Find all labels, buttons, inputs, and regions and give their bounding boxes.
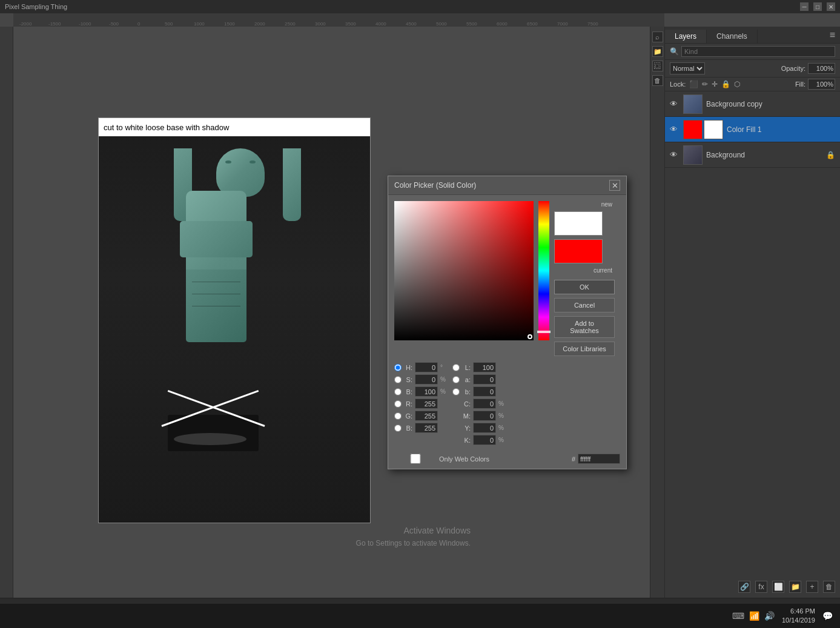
layer-item-color-fill[interactable]: 👁 Color Fill 1 [665,117,840,142]
b2-input[interactable] [415,423,438,433]
delete-layer-button[interactable]: 🗑 [823,581,835,593]
color-gradient-picker[interactable] [394,201,534,340]
taskbar: ⌨ 📶 🔊 6:46 PM 10/14/2019 💬 [0,604,840,628]
hex-input[interactable] [578,454,620,464]
s-field-row: S: % [394,374,448,385]
fill-input[interactable] [808,79,835,90]
layers-search-input[interactable] [681,46,835,57]
layer-lock-icon: 🔒 [826,151,835,159]
a-radio[interactable] [452,376,460,383]
g-input[interactable] [415,411,438,421]
ruler-mark: 2500 [285,21,296,27]
C-input[interactable] [473,398,496,409]
titlebar: Pixel Sampling Thing ─ □ ✕ [0,0,840,13]
hue-slider[interactable] [538,201,549,340]
b3-radio[interactable] [452,388,460,395]
L-radio[interactable] [452,364,460,371]
folder-button[interactable]: 📁 [652,46,663,57]
b-radio[interactable] [394,388,402,395]
lock-all-icon[interactable]: 🔒 [721,80,730,88]
only-web-colors-checkbox[interactable] [394,454,437,464]
layer-eye-icon[interactable]: 👁 [670,125,680,134]
b2-radio[interactable] [394,425,402,432]
trash-button[interactable]: 🗑 [652,75,663,86]
layer-eye-icon[interactable]: 👁 [670,150,680,159]
g-label: G: [404,412,412,420]
s-input[interactable] [415,374,438,385]
taskbar-clock[interactable]: 6:46 PM 10/14/2019 [782,607,815,626]
layer-name-background: Background [706,151,822,159]
r-field-row: R: [394,398,448,409]
C-field-row: C: % [452,398,506,409]
b2-label: B: [404,425,412,432]
ruler-mark: 7500 [587,21,598,27]
link-layers-button[interactable]: 🔗 [738,581,750,593]
K-input[interactable] [473,435,496,445]
a-field-row: a: [452,374,506,385]
maximize-button[interactable]: □ [813,2,822,11]
system-tray-icon: ⌨ [732,611,744,621]
ruler-mark: 1000 [194,21,205,27]
tab-layers[interactable]: Layers [665,30,707,43]
color-right-side: new current OK Cancel Add to Swatches Co… [554,201,615,356]
zoom-in-button[interactable]: ⌕ [652,31,663,42]
add-effect-button[interactable]: fx [755,581,767,593]
r-input[interactable] [415,398,438,409]
layer-item-background-copy[interactable]: 👁 Background copy [665,91,840,117]
lock-image-icon[interactable]: ✏ [702,80,708,88]
b2-field-row: B: [394,423,448,433]
cancel-button[interactable]: Cancel [554,298,615,312]
a-input[interactable] [473,374,496,385]
color-current-swatch [554,239,603,263]
h-label: H: [404,364,412,371]
minimize-button[interactable]: ─ [800,2,809,11]
b-input[interactable] [415,386,438,397]
color-picker-dialog: Color Picker (Solid Color) ✕ new current… [388,176,627,469]
activate-windows-watermark: Activate Windows Go to Settings to activ… [356,524,471,549]
notification-icon[interactable]: 💬 [822,611,833,621]
layer-thumb-background [683,145,703,165]
b3-input[interactable] [473,386,496,397]
ruler-mark: 3500 [345,21,356,27]
lock-position-icon[interactable]: ✛ [712,80,718,88]
add-to-swatches-button[interactable]: Add to Swatches [554,316,615,338]
C-label: C: [462,400,471,408]
taskbar-date-display: 10/14/2019 [782,616,815,625]
h-radio[interactable] [394,364,402,371]
new-layer-button[interactable]: + [806,581,818,593]
M-input[interactable] [473,411,496,421]
color-libraries-button[interactable]: Color Libraries [554,342,615,356]
layer-eye-icon[interactable]: 👁 [670,99,680,108]
r-radio[interactable] [394,400,402,408]
h-input[interactable] [415,362,438,372]
s-unit: % [440,376,448,383]
ok-button[interactable]: OK [554,280,615,294]
L-field-row: L: [452,362,506,372]
g-radio[interactable] [394,412,402,420]
K-field-row: K: % [452,435,506,445]
tab-channels[interactable]: Channels [707,30,758,43]
layer-thumb-group [683,120,723,139]
layer-item-background[interactable]: 👁 Background 🔒 [665,142,840,168]
s-radio[interactable] [394,376,402,383]
ruler-mark: 1500 [224,21,235,27]
L-input[interactable] [473,362,496,372]
Y-input[interactable] [473,423,496,433]
new-group-button[interactable]: 📁 [789,581,801,593]
lock-transparency-icon[interactable]: ⬛ [689,80,698,88]
right-panel: Layers Channels ≡ 🔍 Normal Opacity: Lock… [664,27,840,598]
opacity-input[interactable] [808,63,835,74]
taskbar-icons: ⌨ 📶 🔊 [732,611,775,621]
a-label: a: [462,376,471,383]
fill-control: Fill: [795,79,835,90]
h-field-row: H: ° [394,362,448,372]
panel-menu-button[interactable]: ≡ [825,27,840,43]
add-mask-button[interactable]: ⬜ [772,581,784,593]
color-picker-close-button[interactable]: ✕ [609,180,620,191]
blend-mode-select[interactable]: Normal [670,62,705,74]
taskbar-time-display: 6:46 PM [782,607,815,616]
lock-artboard-icon[interactable]: ⬡ [734,80,740,88]
close-button[interactable]: ✕ [827,2,835,11]
copy-button[interactable]: ⿴ [652,61,663,71]
lab-cmyk-fields: L: a: b: C: % M: [452,362,506,445]
